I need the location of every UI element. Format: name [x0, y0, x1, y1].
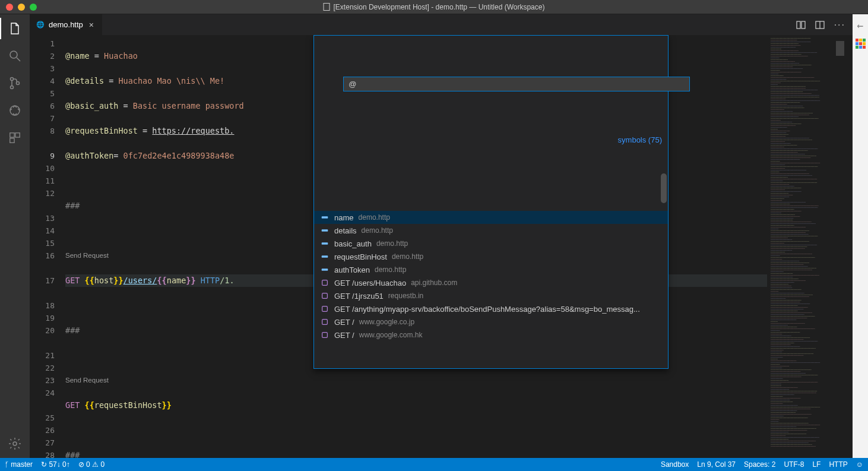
svg-rect-14: [322, 216, 328, 219]
method-icon: [320, 330, 330, 340]
quick-open-item-desc: requestb.in: [388, 290, 423, 302]
explorer-icon[interactable]: [7, 20, 23, 37]
debug-icon[interactable]: [7, 102, 23, 119]
quick-open-item[interactable]: requestBinHostdemo.http: [314, 250, 668, 263]
tab-label: demo.http: [49, 20, 83, 29]
codelens-send-request[interactable]: Send Request: [65, 377, 109, 384]
status-problems[interactable]: ⊘ 0 ⚠ 0: [78, 460, 104, 469]
status-language[interactable]: HTTP: [829, 460, 847, 469]
svg-rect-22: [322, 320, 328, 325]
svg-rect-15: [322, 229, 328, 232]
quick-open-item-label: name: [334, 211, 354, 224]
field-icon: [320, 265, 330, 274]
quick-open-item[interactable]: GET /BingDictService.aspx?Word=的xtk.azur…: [314, 342, 668, 343]
browser-sidebar: ←: [853, 14, 868, 458]
svg-point-5: [10, 106, 20, 115]
status-sync[interactable]: ↻ 57↓ 0↑: [41, 460, 70, 469]
status-cursor[interactable]: Ln 9, Col 37: [697, 460, 736, 469]
apps-grid-icon[interactable]: [856, 39, 866, 49]
quick-open-item-desc: xtk.azurewebsites.net: [467, 342, 535, 344]
http-file-icon: 🌐: [36, 20, 45, 30]
svg-point-9: [13, 442, 17, 445]
quick-open-item[interactable]: authTokendemo.http: [314, 263, 668, 276]
quick-open-item-label: GET /1jrszu51: [334, 290, 384, 302]
titlebar: [Extension Development Host] - demo.http…: [0, 0, 868, 14]
svg-rect-16: [322, 242, 328, 245]
status-indent[interactable]: Spaces: 2: [744, 460, 775, 469]
status-bar: ᚶ master ↻ 57↓ 0↑ ⊘ 0 ⚠ 0 Sandbox Ln 9, …: [0, 458, 868, 471]
quick-open-item-desc: demo.http: [376, 238, 408, 250]
symbols-count-link[interactable]: symbols (75): [618, 134, 662, 146]
svg-rect-19: [322, 280, 328, 286]
field-icon: [320, 213, 330, 222]
zoom-window[interactable]: [30, 4, 37, 11]
method-icon: [320, 291, 330, 301]
settings-gear-icon[interactable]: [7, 435, 23, 452]
split-editor-icon[interactable]: [815, 20, 825, 30]
quick-open-item-desc: demo.http: [359, 211, 390, 224]
tab-close-icon[interactable]: ×: [87, 20, 96, 30]
quick-open-item-desc: demo.http: [362, 225, 393, 237]
svg-rect-23: [322, 333, 328, 338]
svg-point-3: [11, 86, 14, 89]
quick-open-item-label: basic_auth: [334, 238, 372, 250]
svg-point-0: [10, 51, 17, 58]
quick-open-item-desc: www.google.co.jp: [359, 316, 414, 328]
quick-open-item[interactable]: GET /www.google.co.jp: [314, 315, 668, 328]
status-feedback-icon[interactable]: ☺: [856, 460, 863, 469]
code-content[interactable]: @name = Huachao @details = Huachao Mao \…: [65, 35, 767, 458]
search-icon[interactable]: [7, 48, 23, 64]
quick-open-item[interactable]: namedemo.http: [314, 211, 668, 224]
quick-open-item-label: authToken: [334, 264, 370, 276]
quick-open-item-label: GET /BingDictService.aspx?Word=的: [334, 342, 462, 344]
quick-open-item-label: GET /users/Huachao: [334, 277, 406, 289]
activity-bar: [0, 14, 30, 458]
quick-open-item[interactable]: GET /users/Huachaoapi.github.com: [314, 276, 668, 289]
svg-rect-10: [797, 21, 800, 29]
svg-rect-17: [322, 255, 328, 258]
status-branch[interactable]: ᚶ master: [5, 460, 33, 469]
quick-open-item[interactable]: basic_authdemo.http: [314, 237, 668, 250]
svg-rect-8: [10, 138, 14, 143]
window-title: [Extension Development Host] - demo.http…: [324, 3, 545, 11]
minimap[interactable]: ▬▬▬▬▬▬▬▬▬▬▬▬▬▬▬▬▬▬▬▬▬▬▬▬▬▬▬▬▬▬▬▬▬▬▬▬▬▬▬▬…: [767, 35, 844, 458]
codelens-send-request[interactable]: Send Request: [65, 252, 109, 259]
quick-open-item[interactable]: GET /www.google.com.hk: [314, 328, 668, 342]
status-eol[interactable]: LF: [812, 460, 821, 469]
more-actions-icon[interactable]: ···: [834, 20, 845, 30]
svg-rect-21: [322, 306, 328, 312]
tab-demo-http[interactable]: 🌐 demo.http ×: [30, 14, 103, 35]
quick-open-item[interactable]: detailsdemo.http: [314, 224, 668, 237]
back-arrow-icon[interactable]: ←: [857, 19, 864, 31]
quick-open-input[interactable]: [343, 77, 690, 91]
status-sandbox[interactable]: Sandbox: [661, 460, 689, 469]
svg-rect-6: [10, 133, 14, 137]
close-window[interactable]: [6, 4, 13, 11]
compare-changes-icon[interactable]: [796, 20, 806, 30]
line-number-gutter: 1 2 3 4 5 6 7 8 9 10 11 12 13 14 15 16 1…: [30, 35, 65, 458]
quick-open-scrollbar[interactable]: [661, 173, 667, 203]
file-icon: [324, 3, 330, 11]
quick-open-item-desc: demo.http: [392, 251, 423, 263]
quick-open-item-desc: api.github.com: [411, 277, 457, 289]
method-icon: [320, 278, 330, 287]
quick-open-item[interactable]: GET /anything/myapp-srv/backoffice/boSen…: [314, 302, 668, 315]
editor-scrollbar[interactable]: [844, 35, 853, 458]
field-icon: [320, 252, 330, 261]
minimap-slider[interactable]: [836, 41, 844, 56]
quick-open-item-label: details: [334, 225, 357, 237]
status-encoding[interactable]: UTF-8: [784, 460, 804, 469]
svg-point-4: [17, 82, 20, 85]
svg-rect-11: [802, 21, 805, 29]
svg-rect-7: [15, 133, 20, 137]
extensions-icon[interactable]: [7, 129, 23, 146]
minimize-window[interactable]: [18, 4, 25, 11]
quick-open-item-desc: www.google.com.hk: [359, 329, 423, 342]
quick-open-item[interactable]: GET /1jrszu51requestb.in: [314, 289, 668, 302]
tab-bar: 🌐 demo.http × ···: [30, 14, 853, 35]
source-control-icon[interactable]: [7, 75, 23, 91]
svg-rect-18: [322, 268, 328, 271]
quick-open: symbols (75) namedemo.httpdetailsdemo.ht…: [313, 35, 669, 369]
field-icon: [320, 239, 330, 248]
editor: 🌐 demo.http × ··· 1 2 3 4 5: [30, 14, 853, 458]
